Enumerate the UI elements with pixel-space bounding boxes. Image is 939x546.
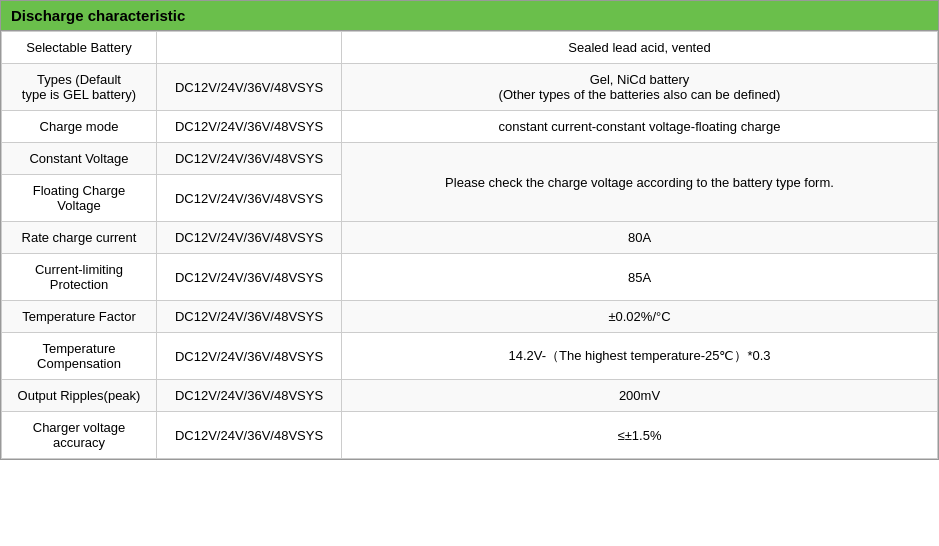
row-value: 80A: [342, 222, 938, 254]
row-middle: DC12V/24V/36V/48VSYS: [157, 333, 342, 380]
row-value: Gel, NiCd battery (Other types of the ba…: [342, 64, 938, 111]
table-row: Selectable Battery Sealed lead acid, ven…: [2, 32, 938, 64]
table-row: Rate charge current DC12V/24V/36V/48VSYS…: [2, 222, 938, 254]
row-label: Output Ripples(peak): [2, 380, 157, 412]
row-label: Types (Default type is GEL battery): [2, 64, 157, 111]
table-row: Types (Default type is GEL battery) DC12…: [2, 64, 938, 111]
row-value: 200mV: [342, 380, 938, 412]
row-value: 85A: [342, 254, 938, 301]
table-header: Discharge characteristic: [1, 1, 938, 31]
table-row: Current-limiting Protection DC12V/24V/36…: [2, 254, 938, 301]
table-row: Output Ripples(peak) DC12V/24V/36V/48VSY…: [2, 380, 938, 412]
table-row: Constant Voltage DC12V/24V/36V/48VSYS Pl…: [2, 143, 938, 175]
row-label: Rate charge current: [2, 222, 157, 254]
row-label: Charger voltage accuracy: [2, 412, 157, 459]
row-label: Current-limiting Protection: [2, 254, 157, 301]
table-row: Charge mode DC12V/24V/36V/48VSYS constan…: [2, 111, 938, 143]
row-middle: DC12V/24V/36V/48VSYS: [157, 222, 342, 254]
row-value: Please check the charge voltage accordin…: [342, 143, 938, 222]
row-middle: DC12V/24V/36V/48VSYS: [157, 64, 342, 111]
row-value: constant current-constant voltage-floati…: [342, 111, 938, 143]
row-label: Constant Voltage: [2, 143, 157, 175]
row-middle: [157, 32, 342, 64]
row-label: Selectable Battery: [2, 32, 157, 64]
row-value: ±0.02%/°C: [342, 301, 938, 333]
table-row: Temperature Factor DC12V/24V/36V/48VSYS …: [2, 301, 938, 333]
row-middle: DC12V/24V/36V/48VSYS: [157, 175, 342, 222]
row-middle: DC12V/24V/36V/48VSYS: [157, 111, 342, 143]
table-row: Charger voltage accuracy DC12V/24V/36V/4…: [2, 412, 938, 459]
row-middle: DC12V/24V/36V/48VSYS: [157, 143, 342, 175]
row-middle: DC12V/24V/36V/48VSYS: [157, 380, 342, 412]
row-middle: DC12V/24V/36V/48VSYS: [157, 254, 342, 301]
table-row: Temperature Compensation DC12V/24V/36V/4…: [2, 333, 938, 380]
table-title: Discharge characteristic: [11, 7, 185, 24]
row-label: Charge mode: [2, 111, 157, 143]
row-middle: DC12V/24V/36V/48VSYS: [157, 301, 342, 333]
row-value: 14.2V-（The highest temperature-25℃）*0.3: [342, 333, 938, 380]
row-value: Sealed lead acid, vented: [342, 32, 938, 64]
row-middle: DC12V/24V/36V/48VSYS: [157, 412, 342, 459]
row-label-floating: Floating Charge Voltage: [2, 175, 157, 222]
discharge-characteristic-table: Discharge characteristic Selectable Batt…: [0, 0, 939, 460]
row-value: ≤±1.5%: [342, 412, 938, 459]
row-label: Temperature Factor: [2, 301, 157, 333]
row-label: Temperature Compensation: [2, 333, 157, 380]
